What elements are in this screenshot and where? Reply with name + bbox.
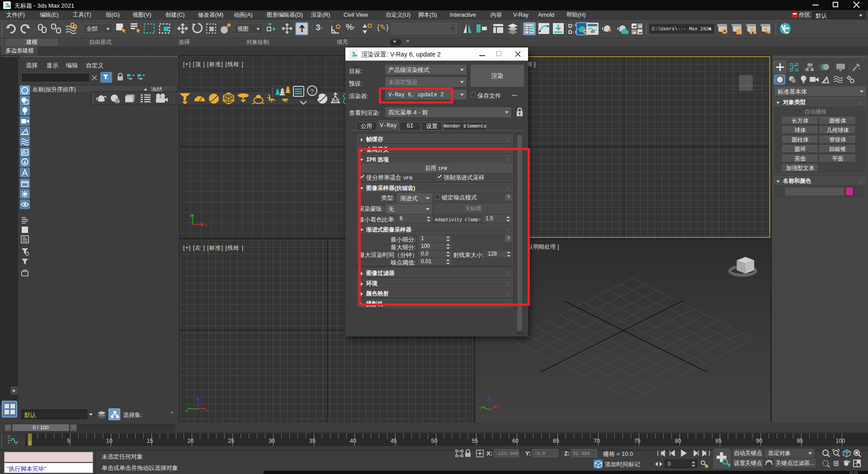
svg-text:y: y — [190, 213, 192, 217]
svg-text:z: z — [488, 394, 490, 398]
svg-text:x: x — [498, 404, 500, 409]
svg-text:z: z — [196, 394, 198, 398]
svg-text:x: x — [205, 223, 208, 227]
svg-text:z: z — [189, 223, 192, 227]
svg-text:y: y — [479, 405, 481, 410]
svg-text:y: y — [185, 408, 188, 412]
svg-text:x: x — [206, 408, 208, 412]
